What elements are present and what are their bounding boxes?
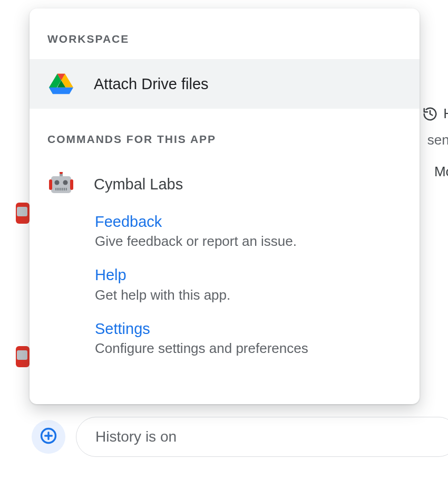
compose-row: History is on [32,417,448,457]
commands-list: Feedback Give feedback or report an issu… [30,202,420,378]
command-desc: Configure settings and preferences [95,339,402,358]
command-feedback[interactable]: Feedback Give feedback or report an issu… [30,205,420,258]
robot-icon [47,172,75,196]
bg-avatar-cymbal-2 [16,343,30,370]
bg-hint-history-text: H [443,106,448,122]
commands-popover: WORKSPACE Attach Drive files COMMANDS FO… [30,8,420,404]
compose-input[interactable]: History is on [76,417,448,457]
command-name: Feedback [95,212,402,231]
svg-rect-16 [70,179,73,190]
bg-hint-sent-text: sent [427,132,448,148]
svg-rect-1 [17,207,27,216]
svg-point-18 [63,180,68,185]
bg-hint-more-text: Mo [434,164,448,180]
command-name: Help [95,265,402,284]
svg-rect-14 [51,176,71,193]
plus-icon [40,427,57,447]
command-desc: Get help with this app. [95,286,402,304]
workspace-section-label: WORKSPACE [30,8,420,59]
attach-drive-files-label: Attach Drive files [94,75,209,93]
command-desc: Give feedback or report an issue. [95,232,402,251]
command-name: Settings [95,319,402,338]
svg-rect-15 [49,179,52,190]
app-name-label: Cymbal Labs [94,176,183,193]
drive-icon [47,73,75,95]
command-settings[interactable]: Settings Configure settings and preferen… [30,312,420,365]
svg-marker-9 [49,88,73,94]
commands-section-label: COMMANDS FOR THIS APP [30,109,420,159]
bg-hint-history-row: H [422,106,448,122]
svg-point-17 [55,180,60,185]
history-update-icon [422,106,438,122]
command-help[interactable]: Help Get help with this app. [30,258,420,311]
app-header-row: Cymbal Labs [30,159,420,202]
attach-drive-files-row[interactable]: Attach Drive files [30,59,420,109]
compose-plus-button[interactable] [32,420,65,454]
compose-placeholder: History is on [95,428,177,445]
bg-avatar-cymbal-1 [16,199,30,227]
svg-rect-3 [17,350,27,360]
